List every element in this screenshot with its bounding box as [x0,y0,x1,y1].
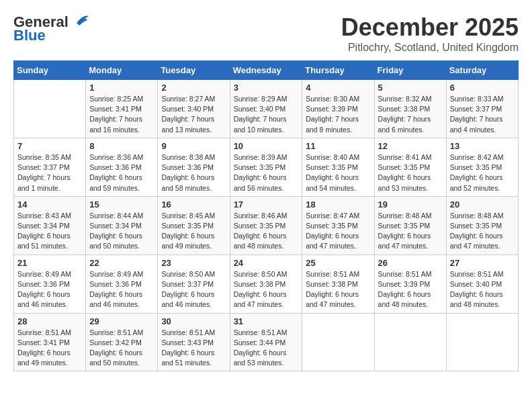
day-info: Sunrise: 8:35 AMSunset: 3:37 PMDaylight:… [17,152,82,193]
day-info: Sunrise: 8:51 AMSunset: 3:41 PMDaylight:… [17,328,82,369]
calendar-week-row: 21Sunrise: 8:49 AMSunset: 3:36 PMDayligh… [14,255,519,313]
column-header-sunday: Sunday [14,61,86,80]
day-number: 19 [378,199,443,210]
calendar-cell: 1Sunrise: 8:25 AMSunset: 3:41 PMDaylight… [86,80,158,138]
day-number: 17 [234,199,299,210]
calendar-cell: 4Sunrise: 8:30 AMSunset: 3:39 PMDaylight… [302,80,374,138]
day-info: Sunrise: 8:45 AMSunset: 3:35 PMDaylight:… [161,211,226,252]
header: General Blue December 2025 Pitlochry, Sc… [13,13,519,54]
day-number: 1 [89,83,154,93]
calendar-cell [14,80,86,138]
calendar-cell: 6Sunrise: 8:33 AMSunset: 3:37 PMDaylight… [446,80,518,138]
day-number: 25 [306,258,370,268]
calendar-cell: 27Sunrise: 8:51 AMSunset: 3:40 PMDayligh… [446,255,518,313]
day-number: 24 [234,258,299,268]
day-number: 15 [89,199,154,210]
day-number: 16 [161,199,226,210]
day-number: 27 [450,258,515,268]
day-info: Sunrise: 8:49 AMSunset: 3:36 PMDaylight:… [89,269,154,310]
calendar-cell: 31Sunrise: 8:51 AMSunset: 3:44 PMDayligh… [230,313,302,371]
day-info: Sunrise: 8:29 AMSunset: 3:40 PMDaylight:… [234,94,299,135]
calendar-cell: 22Sunrise: 8:49 AMSunset: 3:36 PMDayligh… [86,255,158,313]
logo: General Blue [13,13,90,44]
day-info: Sunrise: 8:32 AMSunset: 3:38 PMDaylight:… [378,94,443,135]
calendar-cell: 7Sunrise: 8:35 AMSunset: 3:37 PMDaylight… [14,138,86,196]
day-number: 23 [161,258,226,268]
day-number: 22 [89,258,154,268]
calendar-cell: 18Sunrise: 8:47 AMSunset: 3:35 PMDayligh… [302,196,374,255]
day-number: 29 [89,316,154,326]
calendar-week-row: 1Sunrise: 8:25 AMSunset: 3:41 PMDaylight… [14,80,519,138]
calendar-cell: 15Sunrise: 8:44 AMSunset: 3:34 PMDayligh… [86,196,158,255]
day-info: Sunrise: 8:33 AMSunset: 3:37 PMDaylight:… [450,94,515,135]
column-header-wednesday: Wednesday [230,61,302,80]
day-info: Sunrise: 8:43 AMSunset: 3:34 PMDaylight:… [17,211,82,252]
day-info: Sunrise: 8:48 AMSunset: 3:35 PMDaylight:… [378,211,443,252]
calendar-cell: 14Sunrise: 8:43 AMSunset: 3:34 PMDayligh… [14,196,86,255]
calendar-body: 1Sunrise: 8:25 AMSunset: 3:41 PMDaylight… [14,80,519,371]
column-header-monday: Monday [86,61,158,80]
title-area: December 2025 Pitlochry, Scotland, Unite… [341,13,519,54]
calendar-cell: 29Sunrise: 8:51 AMSunset: 3:42 PMDayligh… [86,313,158,371]
calendar-cell: 17Sunrise: 8:46 AMSunset: 3:35 PMDayligh… [230,196,302,255]
calendar-cell: 12Sunrise: 8:41 AMSunset: 3:35 PMDayligh… [374,138,446,196]
day-info: Sunrise: 8:30 AMSunset: 3:39 PMDaylight:… [306,94,370,135]
day-info: Sunrise: 8:46 AMSunset: 3:35 PMDaylight:… [234,211,299,252]
day-number: 7 [17,141,82,151]
calendar-cell: 19Sunrise: 8:48 AMSunset: 3:35 PMDayligh… [374,196,446,255]
day-info: Sunrise: 8:51 AMSunset: 3:39 PMDaylight:… [378,269,443,310]
day-info: Sunrise: 8:49 AMSunset: 3:36 PMDaylight:… [17,269,82,310]
calendar-cell [302,313,374,371]
column-header-friday: Friday [374,61,446,80]
day-info: Sunrise: 8:41 AMSunset: 3:35 PMDaylight:… [378,152,443,193]
day-number: 20 [450,199,515,210]
month-title: December 2025 [341,13,519,42]
day-number: 26 [378,258,443,268]
day-info: Sunrise: 8:51 AMSunset: 3:40 PMDaylight:… [450,269,515,310]
day-number: 5 [378,83,443,93]
day-number: 12 [378,141,443,151]
calendar-week-row: 7Sunrise: 8:35 AMSunset: 3:37 PMDaylight… [14,138,519,196]
day-info: Sunrise: 8:44 AMSunset: 3:34 PMDaylight:… [89,211,154,252]
day-info: Sunrise: 8:40 AMSunset: 3:35 PMDaylight:… [306,152,370,193]
column-header-tuesday: Tuesday [158,61,230,80]
calendar-cell: 20Sunrise: 8:48 AMSunset: 3:35 PMDayligh… [446,196,518,255]
day-number: 14 [17,199,82,210]
day-number: 30 [161,316,226,326]
day-info: Sunrise: 8:50 AMSunset: 3:38 PMDaylight:… [234,269,299,310]
calendar-cell: 28Sunrise: 8:51 AMSunset: 3:41 PMDayligh… [14,313,86,371]
day-info: Sunrise: 8:25 AMSunset: 3:41 PMDaylight:… [89,94,154,135]
day-info: Sunrise: 8:50 AMSunset: 3:37 PMDaylight:… [161,269,226,310]
day-info: Sunrise: 8:39 AMSunset: 3:35 PMDaylight:… [234,152,299,193]
day-info: Sunrise: 8:38 AMSunset: 3:36 PMDaylight:… [161,152,226,193]
logo-bird-icon [70,11,90,31]
location: Pitlochry, Scotland, United Kingdom [341,42,519,54]
calendar-cell: 26Sunrise: 8:51 AMSunset: 3:39 PMDayligh… [374,255,446,313]
calendar-cell: 24Sunrise: 8:50 AMSunset: 3:38 PMDayligh… [230,255,302,313]
day-number: 10 [234,141,299,151]
calendar-cell: 10Sunrise: 8:39 AMSunset: 3:35 PMDayligh… [230,138,302,196]
calendar-cell: 23Sunrise: 8:50 AMSunset: 3:37 PMDayligh… [158,255,230,313]
calendar-week-row: 28Sunrise: 8:51 AMSunset: 3:41 PMDayligh… [14,313,519,371]
day-info: Sunrise: 8:47 AMSunset: 3:35 PMDaylight:… [306,211,370,252]
day-info: Sunrise: 8:48 AMSunset: 3:35 PMDaylight:… [450,211,515,252]
calendar-cell: 30Sunrise: 8:51 AMSunset: 3:43 PMDayligh… [158,313,230,371]
calendar-cell: 9Sunrise: 8:38 AMSunset: 3:36 PMDaylight… [158,138,230,196]
calendar-header-row: SundayMondayTuesdayWednesdayThursdayFrid… [14,61,519,80]
calendar-cell: 3Sunrise: 8:29 AMSunset: 3:40 PMDaylight… [230,80,302,138]
day-number: 4 [306,83,370,93]
day-number: 11 [306,141,370,151]
day-number: 8 [89,141,154,151]
calendar-cell: 11Sunrise: 8:40 AMSunset: 3:35 PMDayligh… [302,138,374,196]
calendar-cell: 13Sunrise: 8:42 AMSunset: 3:35 PMDayligh… [446,138,518,196]
day-info: Sunrise: 8:51 AMSunset: 3:43 PMDaylight:… [161,328,226,369]
calendar-cell: 16Sunrise: 8:45 AMSunset: 3:35 PMDayligh… [158,196,230,255]
day-info: Sunrise: 8:27 AMSunset: 3:40 PMDaylight:… [161,94,226,135]
calendar-cell: 2Sunrise: 8:27 AMSunset: 3:40 PMDaylight… [158,80,230,138]
day-info: Sunrise: 8:51 AMSunset: 3:44 PMDaylight:… [234,328,299,369]
day-number: 21 [17,258,82,268]
day-info: Sunrise: 8:51 AMSunset: 3:42 PMDaylight:… [89,328,154,369]
calendar-cell: 8Sunrise: 8:36 AMSunset: 3:36 PMDaylight… [86,138,158,196]
day-info: Sunrise: 8:36 AMSunset: 3:36 PMDaylight:… [89,152,154,193]
column-header-saturday: Saturday [446,61,518,80]
